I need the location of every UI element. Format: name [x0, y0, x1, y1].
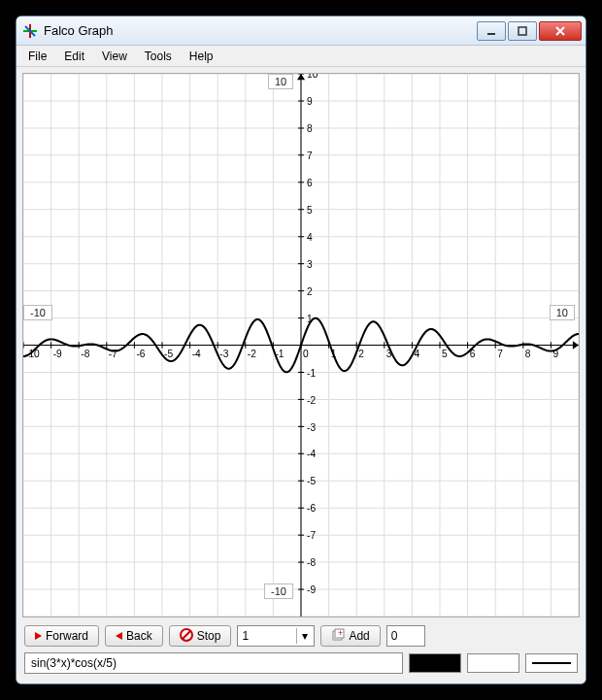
minimize-button[interactable]: [477, 21, 506, 41]
svg-text:-3: -3: [219, 349, 228, 359]
svg-text:-1: -1: [307, 368, 316, 379]
svg-text:4: 4: [307, 232, 313, 243]
bg-color-swatch[interactable]: [467, 653, 519, 673]
svg-text:-8: -8: [81, 349, 89, 359]
app-icon: [22, 23, 38, 39]
svg-text:-4: -4: [307, 449, 316, 459]
chevron-down-icon: ▾: [296, 628, 312, 644]
forward-label: Forward: [46, 629, 88, 643]
svg-text:10: 10: [307, 74, 318, 80]
toolbar: Forward Back Stop 1 ▾ + Add: [22, 621, 580, 650]
svg-text:-6: -6: [307, 503, 316, 514]
y-max-box[interactable]: 10: [268, 74, 293, 89]
titlebar[interactable]: Falco Graph: [17, 17, 585, 46]
svg-text:6: 6: [307, 178, 313, 188]
stop-button[interactable]: Stop: [169, 625, 232, 647]
svg-text:-9: -9: [307, 584, 316, 595]
svg-rect-4: [518, 27, 526, 35]
menu-view[interactable]: View: [94, 48, 135, 65]
svg-text:-3: -3: [307, 421, 316, 432]
back-button[interactable]: Back: [105, 625, 163, 647]
bottombar: sin(3*x)*cos(x/5): [22, 650, 580, 678]
menu-edit[interactable]: Edit: [56, 48, 92, 65]
maximize-button[interactable]: [508, 21, 537, 41]
svg-text:-6: -6: [136, 349, 145, 359]
arrow-left-icon: [116, 632, 122, 640]
svg-text:2: 2: [307, 286, 313, 297]
back-label: Back: [126, 629, 152, 643]
svg-text:-5: -5: [307, 476, 316, 486]
svg-text:8: 8: [307, 123, 313, 134]
line-preview-icon: [532, 662, 571, 664]
x-min-box[interactable]: -10: [23, 305, 52, 320]
window-title: Falco Graph: [44, 23, 475, 38]
svg-text:-9: -9: [53, 349, 62, 359]
count-value: 0: [391, 629, 398, 643]
svg-text:-2: -2: [307, 394, 316, 405]
x-max-box[interactable]: 10: [550, 305, 575, 320]
svg-text:-4: -4: [192, 349, 201, 359]
stop-label: Stop: [197, 629, 221, 643]
add-button[interactable]: + Add: [320, 625, 380, 647]
client-area: -10-9-8-7-6-5-4-3-2-10123456789-9-8-7-6-…: [17, 67, 585, 683]
menu-help[interactable]: Help: [182, 48, 221, 65]
svg-text:-7: -7: [307, 530, 316, 541]
svg-line-132: [183, 631, 190, 639]
svg-text:-8: -8: [307, 557, 316, 568]
count-input[interactable]: 0: [386, 625, 425, 647]
svg-text:-10: -10: [25, 349, 40, 359]
svg-text:9: 9: [307, 96, 313, 107]
svg-text:2: 2: [358, 349, 364, 359]
app-window: Falco Graph File Edit View Tools Help -1…: [16, 16, 586, 684]
window-buttons: [475, 21, 582, 41]
svg-text:7: 7: [497, 349, 503, 359]
svg-text:5: 5: [442, 349, 448, 359]
close-button[interactable]: [539, 21, 582, 41]
graph-canvas[interactable]: -10-9-8-7-6-5-4-3-2-10123456789-9-8-7-6-…: [22, 73, 580, 617]
add-icon: +: [331, 628, 345, 645]
svg-text:3: 3: [307, 259, 313, 270]
svg-text:+: +: [338, 628, 343, 638]
speed-select[interactable]: 1 ▾: [237, 625, 315, 647]
y-min-box[interactable]: -10: [264, 583, 293, 599]
arrow-right-icon: [35, 632, 42, 640]
svg-text:0: 0: [303, 349, 309, 359]
stop-icon: [180, 628, 193, 645]
line-color-swatch[interactable]: [409, 653, 461, 673]
svg-text:5: 5: [307, 205, 313, 216]
menu-file[interactable]: File: [20, 48, 54, 65]
svg-marker-52: [573, 341, 579, 349]
formula-input[interactable]: sin(3*x)*cos(x/5): [24, 652, 403, 674]
svg-text:7: 7: [307, 150, 313, 161]
svg-marker-51: [297, 74, 305, 80]
plot-svg: -10-9-8-7-6-5-4-3-2-10123456789-9-8-7-6-…: [23, 74, 579, 617]
menubar: File Edit View Tools Help: [17, 46, 585, 67]
line-style-select[interactable]: [525, 653, 578, 673]
add-label: Add: [349, 629, 369, 643]
svg-text:-2: -2: [248, 349, 256, 359]
speed-value: 1: [242, 629, 249, 643]
forward-button[interactable]: Forward: [24, 625, 99, 647]
svg-text:8: 8: [525, 349, 531, 359]
formula-text: sin(3*x)*cos(x/5): [31, 656, 117, 670]
menu-tools[interactable]: Tools: [137, 48, 180, 65]
